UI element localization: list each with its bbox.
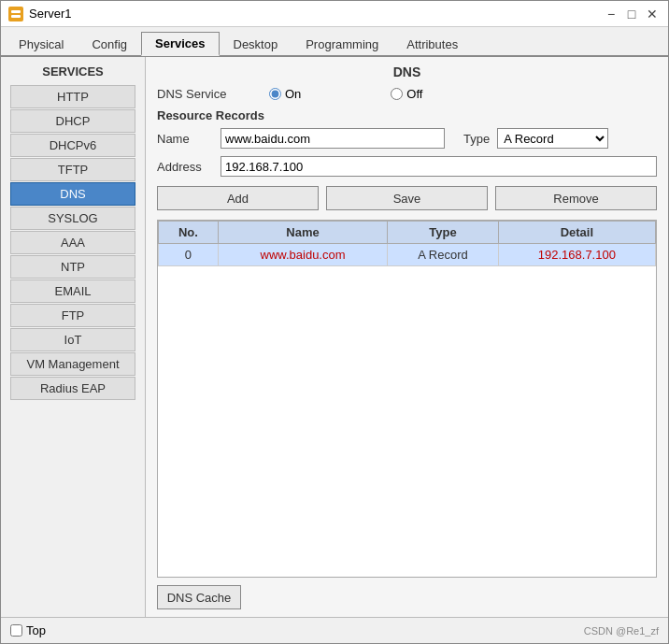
cell-name: www.baidu.com [218, 244, 388, 266]
sidebar-item-iot[interactable]: IoT [10, 328, 135, 351]
sidebar-scroll[interactable]: HTTP DHCP DHCPv6 TFTP DNS SYSLOG AAA NTP… [1, 84, 145, 617]
tab-desktop[interactable]: Desktop [220, 33, 292, 56]
sidebar-item-vm-management[interactable]: VM Management [10, 352, 135, 376]
title-bar: Server1 − □ ✕ [1, 1, 668, 27]
sidebar-item-aaa[interactable]: AAA [10, 231, 135, 254]
window-title: Server1 [29, 7, 72, 21]
sidebar-header: SERVICES [1, 61, 145, 84]
dns-cache-button[interactable]: DNS Cache [157, 585, 241, 609]
radio-on[interactable] [269, 88, 281, 100]
radio-group: On Off [269, 87, 422, 101]
radio-off[interactable] [391, 88, 403, 100]
cell-detail: 192.168.7.100 [498, 244, 655, 266]
col-detail: Detail [498, 222, 655, 244]
title-bar-controls: − □ ✕ [603, 6, 661, 22]
top-label: Top [26, 623, 46, 637]
radio-off-text: Off [406, 87, 422, 101]
sidebar-item-http[interactable]: HTTP [10, 85, 135, 108]
tab-physical[interactable]: Physical [5, 33, 78, 56]
top-checkbox[interactable] [10, 624, 22, 637]
sidebar-item-dns[interactable]: DNS [10, 182, 135, 206]
col-name: Name [218, 222, 388, 244]
address-row: Address [157, 156, 657, 177]
type-select[interactable]: A Record AAAA Record CNAME Record MX Rec… [497, 128, 608, 149]
tab-config[interactable]: Config [78, 33, 141, 56]
maximize-button[interactable]: □ [623, 6, 640, 22]
svg-rect-0 [11, 10, 21, 13]
records-table: No. Name Type Detail 0 www.baidu.com A R… [158, 221, 656, 266]
top-checkbox-label[interactable]: Top [10, 623, 46, 637]
sidebar-item-syslog[interactable]: SYSLOG [10, 207, 135, 230]
panel-title: DNS [157, 64, 657, 79]
records-table-wrapper: No. Name Type Detail 0 www.baidu.com A R… [157, 220, 657, 578]
cell-no: 0 [159, 244, 219, 266]
remove-button[interactable]: Remove [495, 186, 657, 210]
main-window: Server1 − □ ✕ Physical Config Services D… [0, 0, 669, 644]
name-input[interactable] [221, 128, 445, 149]
sidebar-item-dhcpv6[interactable]: DHCPv6 [10, 134, 135, 157]
close-button[interactable]: ✕ [644, 6, 661, 22]
right-panel: DNS DNS Service On Off Resource Records [146, 57, 668, 617]
save-button[interactable]: Save [326, 186, 488, 210]
dns-service-label: DNS Service [157, 87, 269, 101]
dns-cache-area: DNS Cache [157, 585, 657, 609]
name-label: Name [157, 132, 213, 146]
sidebar-item-ntp[interactable]: NTP [10, 255, 135, 279]
dns-service-row: DNS Service On Off [157, 87, 657, 101]
minimize-button[interactable]: − [603, 6, 619, 22]
resource-records-title: Resource Records [157, 108, 657, 122]
radio-on-label[interactable]: On [269, 87, 301, 101]
main-content: SERVICES HTTP DHCP DHCPv6 TFTP DNS SYSLO… [1, 57, 668, 617]
address-label: Address [157, 160, 213, 174]
server-icon [8, 7, 23, 21]
tab-attributes[interactable]: Attributes [392, 33, 472, 56]
sidebar-item-tftp[interactable]: TFTP [10, 158, 135, 181]
col-no: No. [159, 222, 219, 244]
bottom-bar: Top CSDN @Re1_zf [1, 617, 668, 643]
sidebar-item-radius-eap[interactable]: Radius EAP [10, 377, 135, 400]
name-type-row: Name Type A Record AAAA Record CNAME Rec… [157, 128, 657, 149]
tab-bar: Physical Config Services Desktop Program… [1, 27, 668, 57]
radio-off-label[interactable]: Off [391, 87, 422, 101]
title-bar-left: Server1 [8, 7, 72, 21]
sidebar-item-email[interactable]: EMAIL [10, 279, 135, 303]
sidebar-item-ftp[interactable]: FTP [10, 304, 135, 327]
sidebar: SERVICES HTTP DHCP DHCPv6 TFTP DNS SYSLO… [1, 57, 146, 617]
table-row[interactable]: 0 www.baidu.com A Record 192.168.7.100 [159, 244, 656, 266]
cell-type: A Record [388, 244, 498, 266]
type-label: Type [463, 132, 490, 146]
add-button[interactable]: Add [157, 186, 319, 210]
watermark: CSDN @Re1_zf [584, 625, 659, 637]
sidebar-item-dhcp[interactable]: DHCP [10, 109, 135, 133]
action-buttons: Add Save Remove [157, 186, 657, 210]
tab-services[interactable]: Services [141, 32, 220, 56]
radio-on-text: On [285, 87, 301, 101]
address-input[interactable] [221, 156, 657, 177]
tab-programming[interactable]: Programming [292, 33, 392, 56]
col-type: Type [388, 222, 498, 244]
svg-rect-1 [11, 15, 21, 18]
